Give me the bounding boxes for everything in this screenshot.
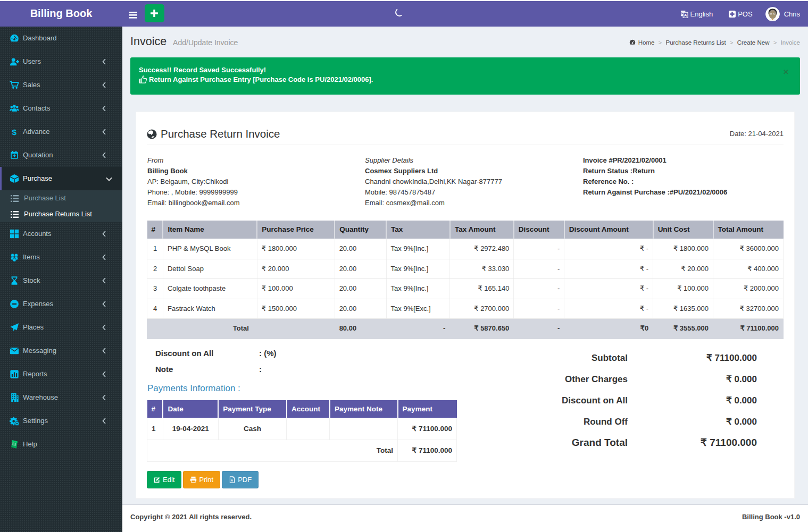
svg-text:$: $ (12, 128, 17, 137)
svg-text:A: A (684, 13, 687, 18)
svg-text:A: A (231, 478, 234, 482)
